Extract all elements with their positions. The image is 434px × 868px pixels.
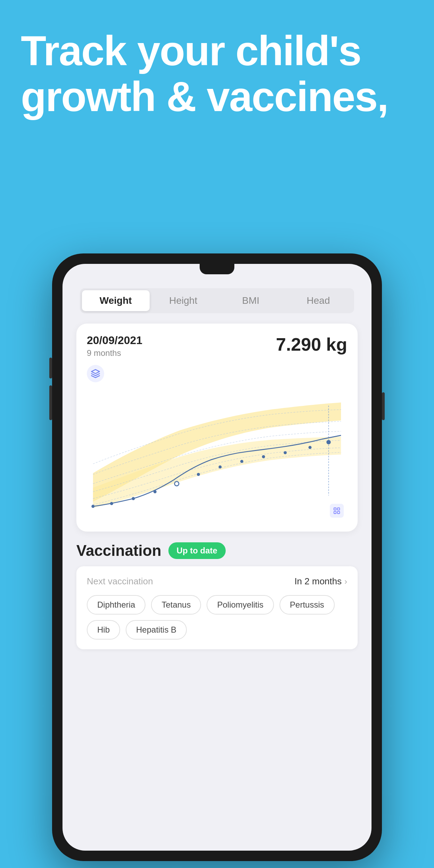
phone-container: Weight Height BMI Head 20/09/2021 9 mont… bbox=[52, 253, 382, 861]
svg-point-1 bbox=[91, 505, 94, 508]
vaccination-section: Vaccination Up to date Next vaccination … bbox=[76, 542, 358, 649]
vaccine-tag-pertussis: Pertussis bbox=[279, 595, 335, 615]
growth-chart-svg bbox=[87, 389, 347, 521]
next-vaccination-card[interactable]: Next vaccination In 2 months › Diphtheri… bbox=[76, 566, 358, 649]
chart-period: 9 months bbox=[87, 348, 142, 358]
chevron-right-icon: › bbox=[344, 577, 347, 586]
svg-point-6 bbox=[197, 473, 200, 476]
expand-icon[interactable] bbox=[330, 504, 344, 518]
chart-area bbox=[87, 389, 347, 521]
next-vac-row: Next vaccination In 2 months › bbox=[87, 576, 347, 587]
tab-bar: Weight Height BMI Head bbox=[80, 288, 354, 313]
phone-frame: Weight Height BMI Head 20/09/2021 9 mont… bbox=[52, 253, 382, 861]
svg-point-4 bbox=[153, 490, 157, 493]
vaccination-header: Vaccination Up to date bbox=[76, 542, 358, 559]
svg-rect-14 bbox=[337, 508, 340, 510]
up-to-date-badge: Up to date bbox=[168, 542, 226, 559]
svg-point-9 bbox=[262, 455, 265, 458]
svg-point-3 bbox=[132, 497, 135, 500]
layers-svg bbox=[91, 369, 100, 378]
svg-point-12 bbox=[326, 440, 331, 444]
vaccine-tag-poliomyelitis: Poliomyelitis bbox=[207, 595, 274, 615]
next-vac-time: In 2 months › bbox=[294, 576, 347, 587]
chart-header: 20/09/2021 9 months 7.290 kg bbox=[87, 334, 347, 358]
tab-weight[interactable]: Weight bbox=[82, 290, 150, 311]
vaccine-tag-hepatitis-b: Hepatitis B bbox=[126, 620, 187, 640]
next-vac-time-text: In 2 months bbox=[294, 576, 342, 587]
side-button-right bbox=[382, 392, 385, 420]
tab-bmi[interactable]: BMI bbox=[217, 290, 285, 311]
screen-content: Weight Height BMI Head 20/09/2021 9 mont… bbox=[62, 278, 372, 851]
hero-title: Track your child's growth & vaccines, bbox=[21, 28, 413, 119]
vaccination-title: Vaccination bbox=[76, 542, 161, 559]
vaccine-tag-tetanus: Tetanus bbox=[151, 595, 201, 615]
next-vac-label: Next vaccination bbox=[87, 576, 153, 587]
chart-date: 20/09/2021 bbox=[87, 334, 142, 347]
chart-card: 20/09/2021 9 months 7.290 kg bbox=[76, 324, 358, 532]
svg-rect-15 bbox=[334, 511, 336, 514]
chart-date-block: 20/09/2021 9 months bbox=[87, 334, 142, 358]
svg-rect-16 bbox=[337, 511, 340, 514]
vaccine-tag-hib: Hib bbox=[87, 620, 120, 640]
phone-screen: Weight Height BMI Head 20/09/2021 9 mont… bbox=[62, 264, 372, 851]
phone-notch bbox=[200, 264, 234, 274]
tab-height[interactable]: Height bbox=[150, 290, 217, 311]
layers-icon[interactable] bbox=[87, 365, 104, 382]
side-button-left2 bbox=[49, 385, 52, 420]
svg-point-11 bbox=[308, 446, 311, 449]
vaccine-tag-diphtheria: Diphtheria bbox=[87, 595, 145, 615]
side-button-left1 bbox=[49, 358, 52, 378]
chart-weight: 7.290 kg bbox=[276, 334, 347, 355]
svg-rect-13 bbox=[334, 508, 336, 510]
tab-head[interactable]: Head bbox=[285, 290, 352, 311]
svg-point-8 bbox=[240, 460, 243, 463]
svg-point-10 bbox=[284, 451, 287, 454]
svg-point-7 bbox=[218, 465, 222, 468]
vaccine-tags: Diphtheria Tetanus Poliomyelitis Pertuss… bbox=[87, 595, 347, 640]
svg-point-2 bbox=[110, 502, 113, 505]
hero-section: Track your child's growth & vaccines, bbox=[0, 0, 434, 133]
svg-point-5 bbox=[175, 482, 179, 486]
